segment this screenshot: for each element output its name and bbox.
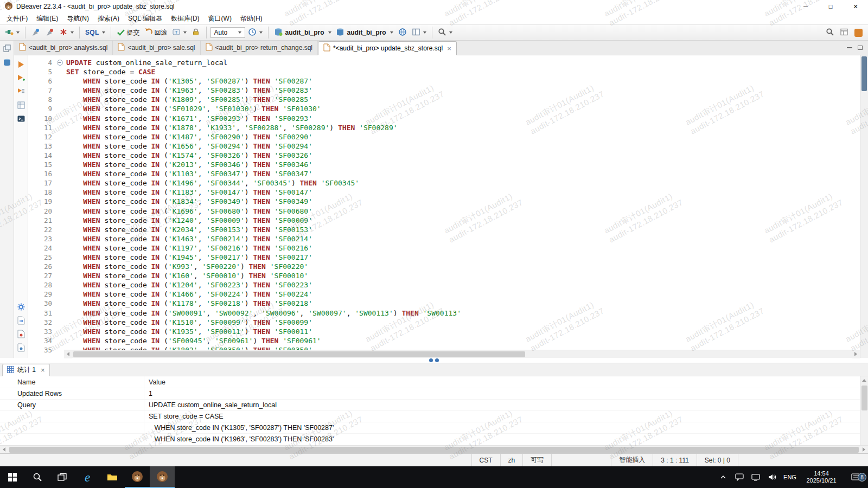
code-line[interactable]: WHEN store_code IN ('K1487', 'SF00290') … — [66, 132, 860, 142]
code-line[interactable]: WHEN store_code IN ('K1183', 'SF00147') … — [66, 188, 860, 197]
menu-window[interactable]: 窗口(W) — [204, 13, 236, 24]
auto-commit-combo[interactable]: Auto — [210, 27, 245, 38]
internet-explorer-button[interactable]: e — [75, 466, 100, 488]
code-line[interactable]: WHEN store_code IN ('K1103', 'SF00347') … — [66, 169, 860, 178]
status-caret-position[interactable]: 3 : 1 : 111 — [653, 454, 697, 466]
save-to-database-button[interactable] — [16, 343, 26, 352]
close-button[interactable]: ✕ — [843, 0, 868, 13]
status-insert-mode[interactable]: 智能插入 — [611, 454, 653, 466]
code-line[interactable]: WHEN store_code IN ('K160', 'SF00010') T… — [66, 271, 860, 280]
search-button[interactable] — [824, 26, 837, 39]
maximize-button[interactable]: □ — [818, 0, 843, 13]
execute-script-button[interactable] — [16, 87, 26, 97]
rollback-button[interactable]: 回滚 — [143, 26, 169, 39]
tray-chevron-up-icon[interactable] — [715, 466, 731, 488]
scroll-left-arrow[interactable] — [64, 350, 72, 358]
menu-file[interactable]: 文件(F) — [2, 13, 32, 24]
hscroll-thumb[interactable] — [73, 351, 525, 357]
maximize-view-icon[interactable] — [858, 46, 863, 50]
code-line[interactable]: WHEN store_code IN ('K1878', 'K1933', 'S… — [66, 123, 860, 132]
menu-sql-editor[interactable]: SQL 编辑器 — [124, 13, 167, 24]
new-connection-button[interactable] — [3, 26, 21, 39]
tray-clock[interactable]: 14:54 2025/10/21 — [800, 470, 843, 484]
code-line[interactable]: WHEN store_code IN ('K993', 'SF00220') T… — [66, 262, 860, 271]
code-line[interactable]: WHEN store_code IN ('K1935', 'SF00011') … — [66, 327, 860, 336]
column-header-name[interactable]: Name — [0, 376, 144, 388]
hscroll-track[interactable] — [72, 350, 852, 358]
sql-editor[interactable]: 4567891011121314151617181920212223242526… — [28, 55, 868, 358]
pin-blue-button[interactable] — [29, 26, 42, 39]
code-line[interactable]: WHEN store_code IN ('K1204', 'SF00223') … — [66, 280, 860, 290]
tray-language[interactable]: ENG — [780, 474, 800, 480]
minimize-button[interactable]: ─ — [793, 0, 818, 13]
code-line[interactable]: WHEN store_code IN ('K1574', 'SF00326') … — [66, 151, 860, 160]
fold-minus-icon[interactable]: − — [57, 60, 63, 66]
pin-red-button[interactable] — [43, 26, 56, 39]
database-navigator-button[interactable] — [2, 57, 12, 68]
active-tasks-button[interactable] — [58, 26, 75, 39]
code-line[interactable]: WHEN store_code IN ('K2013', 'SF00346') … — [66, 160, 860, 169]
settings-gear-button[interactable] — [16, 302, 26, 312]
task-view-button[interactable] — [50, 466, 75, 488]
tab-statistics[interactable]: 统计 1 × — [2, 364, 50, 376]
menu-navigate[interactable]: 导航(N) — [62, 13, 93, 24]
code-line[interactable]: WHEN store_code IN ('K1963', 'SF00283') … — [66, 86, 860, 95]
code-line[interactable]: WHEN store_code IN ('K1802', 'SF00350') … — [66, 345, 860, 350]
tray-tooltip-icon[interactable] — [731, 466, 748, 488]
scroll-left-arrow[interactable] — [0, 446, 8, 454]
code-lines[interactable]: UPDATE custom_online_sale_return_localSE… — [64, 55, 860, 350]
scroll-right-arrow[interactable] — [852, 350, 860, 358]
restore-panel-button[interactable] — [2, 43, 12, 54]
scroll-right-arrow[interactable] — [860, 446, 868, 454]
results-vscroll-thumb[interactable] — [861, 386, 867, 410]
layout-button[interactable] — [410, 26, 428, 39]
code-line[interactable]: WHEN store_code IN ('K1834', 'SF00349') … — [66, 197, 860, 206]
refresh-timer-button[interactable] — [246, 26, 264, 39]
dbeaver-taskbar-button-active[interactable] — [150, 466, 175, 488]
explain-plan-button[interactable] — [16, 100, 26, 110]
code-line[interactable]: UPDATE custom_online_sale_return_local — [66, 58, 860, 67]
code-line[interactable]: WHEN store_code IN ('K1496', 'SF00344', … — [66, 178, 860, 188]
execute-statement-button[interactable] — [16, 60, 26, 69]
scroll-up-arrow[interactable] — [860, 376, 868, 384]
tray-network-icon[interactable] — [748, 466, 764, 488]
code-line[interactable]: WHEN store_code IN ('K1197', 'SF00216') … — [66, 243, 860, 253]
menu-edit[interactable]: 编辑(E) — [32, 13, 62, 24]
dbeaver-perspective-button[interactable] — [852, 26, 865, 39]
tray-volume-icon[interactable] — [764, 466, 780, 488]
globe-button[interactable] — [396, 26, 409, 39]
code-line[interactable]: WHEN store_code IN ('K1671', 'SF00293') … — [66, 114, 860, 123]
editor-tab-3[interactable]: *<audit_bi_pro> update_sbz_store.sql× — [318, 41, 457, 55]
panel-sash[interactable] — [0, 358, 868, 363]
code-line[interactable]: WHEN store_code IN ('K1466', 'SF00224') … — [66, 290, 860, 299]
vscroll-thumb[interactable] — [861, 56, 867, 91]
code-line[interactable]: WHEN store_code IN ('SW00091', 'SW00092'… — [66, 309, 860, 318]
code-line[interactable]: WHEN store_code IN ('K1305', 'SF00287') … — [66, 76, 860, 86]
editor-tab-0[interactable]: <audit_bi_pro> analysis.sql — [14, 41, 113, 55]
minimize-view-icon[interactable] — [847, 47, 852, 48]
editor-tab-1[interactable]: <audit_bi_pro> sale.sql — [113, 41, 200, 55]
column-header-value[interactable]: Value — [144, 376, 860, 388]
code-line[interactable]: WHEN store_code IN ('K1809', 'SF00285') … — [66, 95, 860, 104]
taskbar-search-button[interactable] — [25, 466, 50, 488]
connection-selector[interactable]: audit_bi_pro — [272, 26, 333, 39]
transaction-mode-button[interactable]: T — [170, 26, 188, 39]
menu-database[interactable]: 数据库(D) — [167, 13, 204, 24]
code-line[interactable]: WHEN store_code IN ('SF01029', 'SF01030'… — [66, 104, 860, 113]
sql-editor-menu-button[interactable]: SQL — [84, 26, 107, 39]
results-hscroll-thumb[interactable] — [9, 447, 859, 453]
code-line[interactable]: WHEN store_code IN ('K2034', 'SF00153') … — [66, 225, 860, 234]
fold-collapse-control[interactable]: − — [55, 58, 64, 67]
code-line[interactable]: WHEN store_code IN ('K1463', 'SF00214') … — [66, 234, 860, 243]
code-line[interactable]: SET store_code = CASE — [66, 67, 860, 76]
lock-button[interactable] — [189, 26, 202, 39]
code-line[interactable]: WHEN store_code IN ('K1945', 'SF00217') … — [66, 253, 860, 262]
dbeaver-taskbar-button[interactable] — [125, 466, 150, 488]
editor-vscrollbar[interactable] — [860, 55, 868, 358]
code-line[interactable]: WHEN store_code IN ('K1240', 'SF00009') … — [66, 216, 860, 225]
code-line[interactable]: WHEN store_code IN ('K1510', 'SF00099') … — [66, 318, 860, 327]
search-menu-button[interactable] — [436, 26, 454, 39]
table-row[interactable]: Updated Rows1 — [0, 388, 860, 399]
start-button[interactable] — [0, 466, 25, 488]
commit-button[interactable]: 提交 — [115, 26, 142, 39]
